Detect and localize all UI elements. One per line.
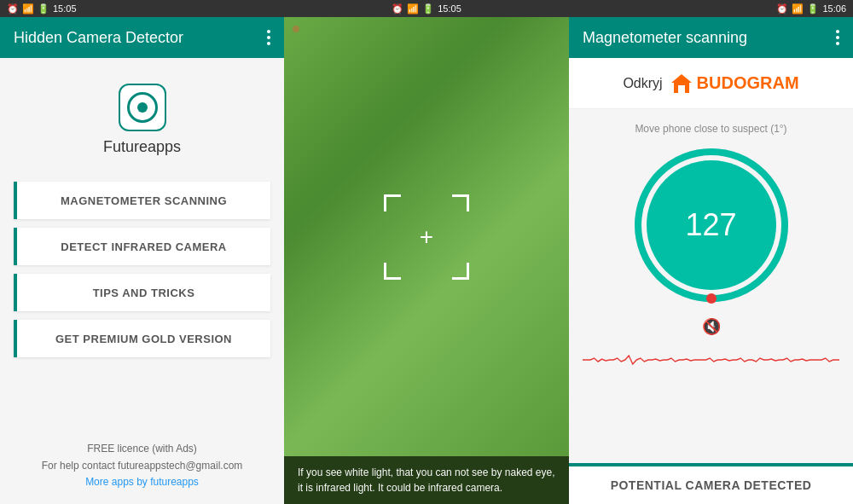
camera-lens-icon [137, 102, 148, 113]
camera-indicator-dot [293, 26, 299, 32]
camera-viewfinder: + [284, 17, 569, 456]
battery-icon: 🔋 [38, 3, 49, 14]
panel3-dot1 [836, 30, 839, 33]
panel3-magnetometer: Magnetometer scanning Odkryj BUDOGRAM Mo… [569, 17, 853, 504]
panel1: Hidden Camera Detector Futureapps MAGNET… [0, 17, 284, 504]
crosshair-overlay: + [384, 194, 469, 280]
dot2 [267, 36, 270, 39]
contact-text: For help contact futureappstech@gmail.co… [14, 458, 270, 474]
ad-left-text: Odkryj [623, 76, 662, 91]
time-right: 15:06 [822, 3, 846, 14]
status-bar-center: ⏰ 📶 🔋 15:05 [392, 3, 461, 14]
alarm-icon3: ⏰ [776, 3, 788, 14]
alarm-icon2: ⏰ [392, 3, 403, 14]
panel1-footer: FREE licence (with Ads) For help contact… [0, 427, 284, 504]
ad-logo-container: BUDOGRAM [670, 72, 799, 96]
wifi-icon2: 📶 [407, 3, 419, 14]
battery-icon3: 🔋 [807, 3, 819, 14]
more-apps-link[interactable]: More apps by futureapps [14, 474, 270, 490]
house-logo-icon [670, 72, 693, 96]
corner-tl-icon [384, 194, 401, 211]
camera-icon [127, 92, 158, 123]
gauge-inner-circle: 127 [647, 160, 776, 290]
crosshair-plus-icon: + [420, 223, 433, 251]
panel1-header: Hidden Camera Detector [0, 17, 284, 58]
license-text: FREE licence (with Ads) [14, 441, 270, 457]
corner-br-icon [452, 263, 469, 280]
corner-bl-icon [384, 263, 401, 280]
volume-icon: 🔇 [702, 317, 721, 336]
detection-status-bar: POTENTIAL CAMERA DETECTED [569, 463, 853, 504]
dot3 [267, 42, 270, 45]
status-bar-left1: ⏰ 📶 🔋 15:05 [7, 3, 77, 14]
panel3-header: Magnetometer scanning [569, 17, 853, 58]
panels-container: Hidden Camera Detector Futureapps MAGNET… [0, 17, 853, 504]
panel2-camera: + If you see white light, that you can n… [284, 17, 569, 504]
dot1 [267, 30, 270, 33]
battery-icon2: 🔋 [422, 3, 434, 14]
app-icon [119, 84, 166, 131]
advertisement-banner[interactable]: Odkryj BUDOGRAM [569, 58, 853, 109]
status-bar: ⏰ 📶 🔋 15:05 ⏰ 📶 🔋 15:05 ⏰ 📶 🔋 15:06 [0, 0, 853, 17]
magnetometer-content: Move phone close to suspect (1°) 127 🔇 [569, 109, 853, 463]
wifi-icon3: 📶 [792, 3, 804, 14]
tips-and-tricks-button[interactable]: TIPS AND TRICKS [14, 274, 270, 311]
magnetometer-scanning-button[interactable]: MAGNETOMETER SCANNING [14, 182, 270, 219]
camera-description: If you see white light, that you can not… [284, 456, 569, 504]
menu-dots-button[interactable] [267, 30, 270, 45]
gauge-indicator-dot [706, 293, 717, 304]
waveform-svg [583, 343, 839, 377]
panel3-menu-dots-button[interactable] [836, 30, 839, 45]
menu-items-list: MAGNETOMETER SCANNING DETECT INFRARED CA… [0, 173, 284, 427]
get-premium-button[interactable]: GET PREMIUM GOLD VERSION [14, 320, 270, 357]
svg-rect-1 [678, 85, 685, 93]
panel3-title: Magnetometer scanning [583, 29, 747, 47]
wifi-icon: 📶 [22, 3, 34, 14]
corner-tr-icon [452, 194, 469, 211]
move-hint-text: Move phone close to suspect (1°) [635, 123, 786, 135]
time-center: 15:05 [438, 3, 461, 14]
ad-brand-text: BUDOGRAM [697, 73, 799, 93]
camera-hint-text: If you see white light, that you can not… [298, 466, 555, 494]
app-logo-section: Futureapps [0, 58, 284, 173]
panel1-title: Hidden Camera Detector [14, 29, 183, 47]
detected-status-text: POTENTIAL CAMERA DETECTED [611, 478, 812, 492]
status-bar-right: ⏰ 📶 🔋 15:06 [776, 3, 846, 14]
detect-infrared-button[interactable]: DETECT INFRARED CAMERA [14, 228, 270, 265]
app-brand-name: Futureapps [103, 138, 181, 156]
alarm-icon: ⏰ [7, 3, 19, 14]
panel3-dot2 [836, 36, 839, 39]
panel3-dot3 [836, 42, 839, 45]
magnetometer-value: 127 [685, 207, 736, 243]
time-left: 15:05 [53, 3, 77, 14]
magnetometer-gauge: 127 [635, 148, 788, 302]
waveform-display [583, 343, 839, 377]
